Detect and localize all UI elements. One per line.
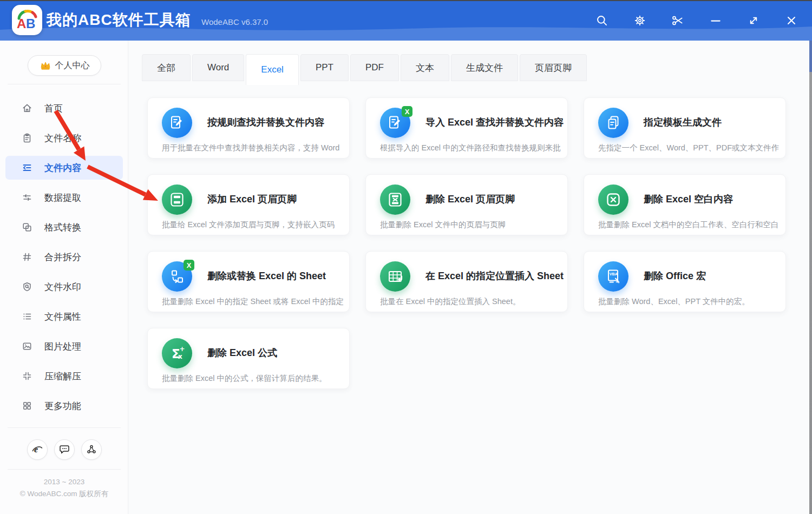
gear-icon: [633, 14, 646, 27]
card-title: 按规则查找并替换文件内容: [207, 116, 324, 129]
close-icon: [785, 14, 798, 27]
card-title: 导入 Excel 查找并替换文件内容: [425, 116, 564, 129]
sidebar-item-label: 首页: [44, 102, 63, 115]
maximize-button[interactable]: [742, 9, 765, 32]
close-button[interactable]: [780, 9, 803, 32]
card-remove-office-macro[interactable]: VBA 删除 Office 宏 批量删除 Word、Excel、PPT 文件中的…: [584, 251, 786, 312]
background-window-edge: [809, 41, 812, 514]
window-top-border: [0, 0, 812, 1]
card-remove-excel-header-footer[interactable]: 删除 Excel 页眉页脚 批量删除 Excel 文件中的页眉与页脚: [365, 174, 568, 235]
svg-text:A: A: [17, 16, 26, 31]
header-footer-add-icon: [162, 184, 192, 215]
minimize-icon: [709, 14, 722, 27]
minimize-button[interactable]: [704, 9, 728, 32]
card-title: 删除 Office 宏: [644, 269, 706, 282]
ie-browser-button[interactable]: e: [27, 439, 48, 460]
sidebar-item-merge-split[interactable]: 合并拆分: [5, 245, 123, 269]
settings-button[interactable]: [628, 9, 652, 32]
file-properties-icon: [22, 311, 32, 322]
sidebar-item-watermark[interactable]: 文件水印: [5, 275, 123, 299]
image-icon: [22, 341, 32, 352]
file-content-icon: [22, 162, 32, 173]
sidebar-item-more-features[interactable]: 更多功能: [5, 394, 123, 418]
card-description: 先指定一个 Excel、Word、PPT、PDF或文本文件作: [598, 143, 781, 153]
sidebar-item-image-process[interactable]: 图片处理: [5, 334, 123, 358]
tab-text[interactable]: 文本: [401, 54, 449, 81]
grid-squares-icon: [22, 400, 32, 411]
tab-word[interactable]: Word: [192, 54, 244, 81]
main-content: 全部 Word Excel PPT PDF 文本 生成文件 页眉页脚 按规则查找…: [129, 41, 812, 514]
card-insert-sheet-at-position[interactable]: 在 Excel 的指定位置插入 Sheet 批量在 Excel 中的指定位置插入…: [365, 251, 568, 312]
card-remove-excel-blank[interactable]: 删除 Excel 空白内容 批量删除 Excel 文档中的空白工作表、空白行和空…: [584, 174, 786, 235]
feedback-chat-button[interactable]: [54, 439, 75, 460]
search-icon: [595, 14, 608, 27]
svg-text:VBA: VBA: [610, 272, 618, 276]
app-logo: A B: [12, 5, 42, 35]
svg-text:x: x: [178, 353, 182, 360]
card-description: 批量在 Excel 中的指定位置插入 Sheet。: [380, 296, 563, 307]
card-generate-from-template[interactable]: 指定模板生成文件 先指定一个 Excel、Word、PPT、PDF或文本文件作: [584, 97, 786, 159]
data-extract-icon: [22, 192, 32, 203]
tab-header-footer[interactable]: 页眉页脚: [520, 54, 587, 81]
card-description: 批量删除 Excel 文件中的页眉与页脚: [380, 220, 563, 230]
sidebar-item-label: 压缩解压: [44, 370, 81, 383]
template-docs-icon: [598, 108, 628, 138]
compress-icon: [22, 371, 32, 381]
tab-excel[interactable]: Excel: [246, 54, 299, 85]
doc-edit-icon: [162, 108, 192, 138]
sidebar-item-label: 图片处理: [44, 340, 81, 353]
sheet-insert-icon: [380, 261, 410, 292]
card-find-replace-by-rule[interactable]: 按规则查找并替换文件内容 用于批量在文件中查找并替换相关内容，支持 Word: [147, 97, 350, 159]
sidebar: 个人中心 首页 文件名称: [0, 41, 128, 514]
formula-sigma-icon: Σ x +: [162, 338, 192, 368]
format-convert-icon: [22, 222, 32, 233]
tab-all[interactable]: 全部: [142, 54, 191, 81]
sidebar-item-data-extract[interactable]: 数据提取: [5, 186, 123, 209]
ie-browser-icon: e: [31, 444, 43, 456]
sidebar-item-label: 格式转换: [44, 221, 81, 234]
sidebar-item-home[interactable]: 首页: [5, 96, 123, 120]
copyright-text: © WodeABC.com 版权所有: [0, 488, 128, 500]
sidebar-divider-bottom: [8, 469, 121, 470]
card-description: 批量删除 Excel 中的公式，保留计算后的结果。: [162, 373, 345, 384]
app-title: 我的ABC软件工具箱: [47, 10, 191, 30]
card-remove-excel-formula[interactable]: Σ x + 删除 Excel 公式 批量删除 Excel 中的公式，保留计算后的…: [147, 328, 350, 389]
chat-bubble-icon: [58, 444, 70, 456]
feature-card-grid: 按规则查找并替换文件内容 用于批量在文件中查找并替换相关内容，支持 Word X…: [147, 97, 786, 389]
card-add-excel-header-footer[interactable]: 添加 Excel 页眉页脚 批量给 Excel 文件添加页眉与页脚，支持嵌入页码: [147, 174, 350, 235]
screenshot-button[interactable]: [666, 9, 690, 32]
search-button[interactable]: [590, 9, 614, 32]
card-title: 删除 Excel 公式: [207, 346, 277, 359]
card-description: 批量删除 Word、Excel、PPT 文件中的宏。: [598, 296, 781, 307]
sidebar-item-label: 合并拆分: [44, 251, 81, 263]
tab-generate-file[interactable]: 生成文件: [451, 54, 518, 81]
blank-remove-icon: [598, 184, 628, 215]
tab-ppt[interactable]: PPT: [300, 54, 349, 81]
card-title: 指定模板生成文件: [644, 116, 722, 129]
header-footer-remove-icon: [380, 184, 410, 215]
sidebar-item-compress[interactable]: 压缩解压: [5, 364, 123, 388]
sidebar-item-file-content[interactable]: 文件内容: [5, 156, 123, 180]
app-version: WodeABC v6.37.0: [201, 17, 268, 27]
sidebar-item-file-properties[interactable]: 文件属性: [5, 305, 123, 328]
tab-pdf[interactable]: PDF: [350, 54, 399, 81]
resize-arrows-icon: [747, 14, 760, 27]
sidebar-divider-middle: [8, 427, 121, 428]
sidebar-item-label: 文件内容: [44, 162, 81, 174]
sidebar-item-label: 更多功能: [44, 400, 81, 412]
sidebar-item-file-name[interactable]: 文件名称: [5, 126, 123, 150]
card-remove-replace-excel-sheet[interactable]: X 删除或替换 Excel 的 Sheet 批量删除 Excel 中的指定 Sh…: [147, 251, 350, 312]
card-description: 根据导入的 Excel 中的文件路径和查找替换规则来批: [380, 143, 563, 153]
card-title: 删除 Excel 空白内容: [644, 193, 733, 206]
card-title: 添加 Excel 页眉页脚: [207, 193, 297, 206]
svg-text:+: +: [180, 345, 185, 353]
copyright-years: 2013 ~ 2023: [0, 476, 128, 488]
category-tabs: 全部 Word Excel PPT PDF 文本 生成文件 页眉页脚: [142, 54, 587, 85]
sidebar-item-format-convert[interactable]: 格式转换: [5, 215, 123, 239]
share-button[interactable]: [81, 439, 102, 460]
personal-center-button[interactable]: 个人中心: [28, 55, 101, 76]
crown-icon: [40, 60, 51, 71]
scissors-icon: [671, 14, 684, 27]
card-description: 用于批量在文件中查找并替换相关内容，支持 Word: [162, 143, 345, 153]
card-import-excel-find-replace[interactable]: X 导入 Excel 查找并替换文件内容 根据导入的 Excel 中的文件路径和…: [365, 97, 568, 159]
